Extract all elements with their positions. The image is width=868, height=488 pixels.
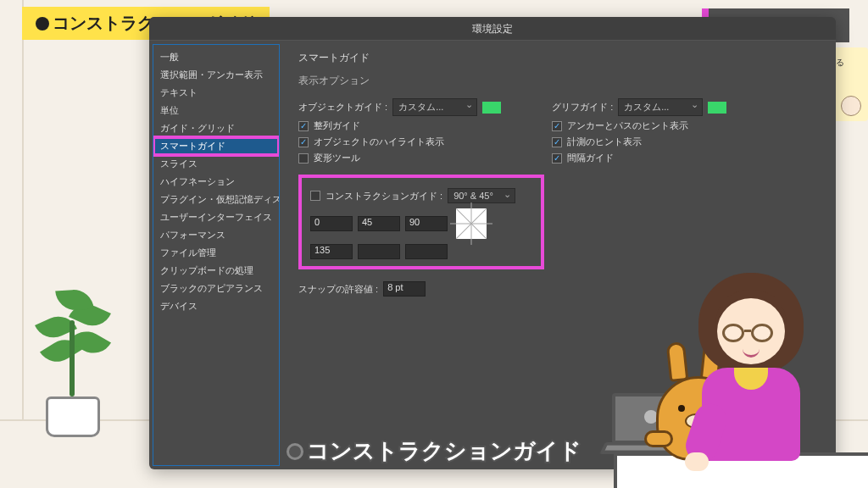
snap-tolerance-input[interactable]: 8 pt [383,281,426,297]
sidebar-item[interactable]: ファイル管理 [153,244,279,262]
sidebar-item[interactable]: 単位 [153,102,279,119]
object-guide-color-swatch[interactable] [482,102,501,114]
sidebar-item[interactable]: ハイフネーション [153,173,279,191]
checkbox-label: 計測のヒント表示 [567,136,642,148]
angle-input[interactable]: 0 [310,216,353,231]
angle-input[interactable]: 90 [405,216,448,231]
construction-angle-dropdown[interactable]: 90° & 45° [448,188,515,203]
object-guide-label: オブジェクトガイド : [298,101,387,114]
checkbox-label: 間隔ガイド [567,152,614,164]
avatar-mini-icon [841,96,861,116]
checkbox-label: オブジェクトのハイライト表示 [314,136,444,148]
checkbox-label: アンカーとパスのヒント表示 [567,119,688,132]
checkbox-label: 変形ツール [314,152,360,164]
construction-guide-group: コンストラクションガイド : 90° & 45° 04590 135 [298,175,544,269]
preferences-sidebar: 一般選択範囲・アンカー表示テキスト単位ガイド・グリッドスマートガイドスライスハイ… [153,44,280,466]
dialog-title: 環境設定 [149,17,836,41]
display-options-heading: 表示オプション [298,74,821,88]
snap-tolerance-label: スナップの許容値 : [298,283,378,296]
angle-input[interactable] [358,244,400,259]
glyph-guide-dropdown[interactable]: カスタム... [618,98,703,116]
glyph-guide-label: グリフガイド : [552,101,613,114]
angle-input[interactable] [405,244,448,259]
sidebar-item[interactable]: スマートガイド [153,137,279,155]
checkbox[interactable] [298,121,309,131]
sidebar-item[interactable]: ガイド・グリッド [153,119,279,137]
bullet-icon [36,17,49,30]
sidebar-item[interactable]: 選択範囲・アンカー表示 [153,66,279,84]
sidebar-item[interactable]: プラグイン・仮想記憶ディスク [153,191,279,208]
sidebar-item[interactable]: デバイス [153,297,279,315]
checkbox-label: 整列ガイド [314,119,360,132]
checkbox[interactable] [552,153,562,164]
sidebar-item[interactable]: 一般 [153,48,279,66]
sidebar-item[interactable]: ブラックのアピアランス [153,280,279,297]
sidebar-item[interactable]: パフォーマンス [153,226,279,244]
panel-heading: スマートガイド [298,51,821,65]
sidebar-item[interactable]: ユーザーインターフェイス [153,208,279,226]
construction-guide-checkbox[interactable] [310,191,320,201]
sidebar-item[interactable]: クリップボードの処理 [153,262,279,280]
angle-preview-icon [456,208,487,239]
checkbox[interactable] [298,137,309,147]
angle-input[interactable]: 45 [358,216,400,231]
presenter-illustration [683,268,819,463]
object-guide-dropdown[interactable]: カスタム... [392,98,477,116]
sidebar-item[interactable]: テキスト [153,84,279,102]
checkbox[interactable] [552,137,562,147]
checkbox[interactable] [298,153,309,164]
angle-input[interactable]: 135 [310,244,353,259]
sidebar-item[interactable]: スライス [153,155,279,173]
bullet-icon [287,443,303,460]
plant-illustration [22,268,124,437]
checkbox[interactable] [552,121,562,131]
construction-guide-label: コンストラクションガイド : [326,190,442,202]
video-subtitle: コンストラクションガイド [287,436,581,466]
glyph-guide-color-swatch[interactable] [708,102,726,114]
